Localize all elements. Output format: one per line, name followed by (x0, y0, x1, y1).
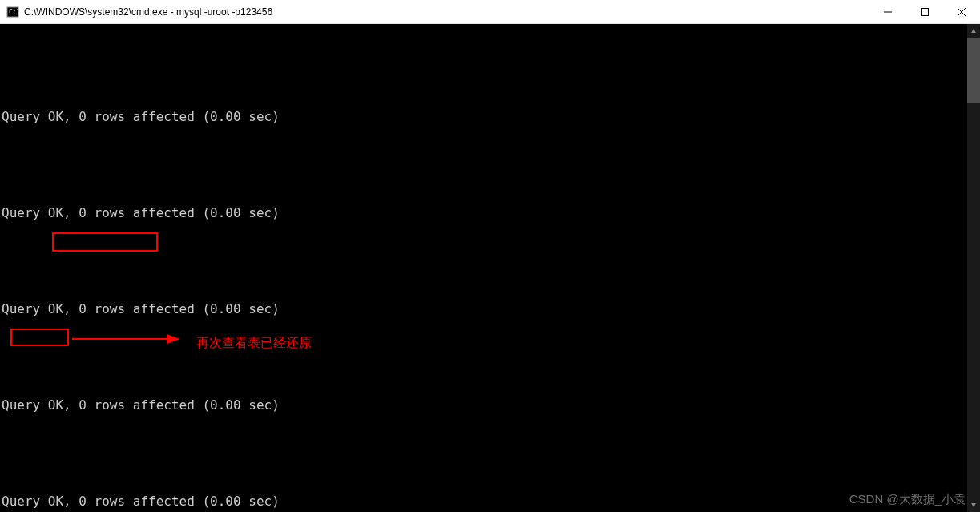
maximize-button[interactable] (906, 0, 943, 24)
svg-rect-3 (922, 9, 929, 16)
vertical-scrollbar[interactable] (967, 24, 980, 512)
svg-marker-8 (971, 29, 976, 33)
window-titlebar: C:\ C:\WINDOWS\system32\cmd.exe - mysql … (0, 0, 980, 24)
window-controls (869, 0, 980, 24)
window-title: C:\WINDOWS\system32\cmd.exe - mysql -uro… (24, 6, 272, 18)
output-line: Query OK, 0 rows affected (0.00 sec) (2, 301, 978, 317)
scrollbar-thumb[interactable] (967, 38, 980, 103)
output-line (2, 349, 978, 365)
highlight-box-table (10, 329, 69, 346)
minimize-button[interactable] (869, 0, 906, 24)
output-line (2, 445, 978, 462)
scroll-down-button[interactable] (967, 498, 980, 512)
output-line: Query OK, 0 rows affected (0.00 sec) (2, 109, 978, 125)
svg-marker-9 (971, 503, 976, 507)
arrow-icon (72, 332, 180, 346)
output-line (2, 61, 978, 77)
svg-marker-7 (167, 334, 180, 344)
highlight-box-command (52, 232, 158, 252)
cmd-icon: C:\ (6, 6, 19, 18)
output-line (2, 253, 978, 269)
output-line: Query OK, 0 rows affected (0.00 sec) (2, 494, 978, 510)
terminal-output[interactable]: Query OK, 0 rows affected (0.00 sec) Que… (0, 24, 980, 512)
annotation-text: 再次查看表已经还原 (196, 335, 312, 351)
close-button[interactable] (943, 0, 980, 24)
output-line: Query OK, 0 rows affected (0.00 sec) (2, 205, 978, 221)
output-line (2, 157, 978, 173)
svg-text:C:\: C:\ (9, 9, 19, 16)
output-line: Query OK, 0 rows affected (0.00 sec) (2, 397, 978, 413)
scroll-up-button[interactable] (967, 24, 980, 38)
